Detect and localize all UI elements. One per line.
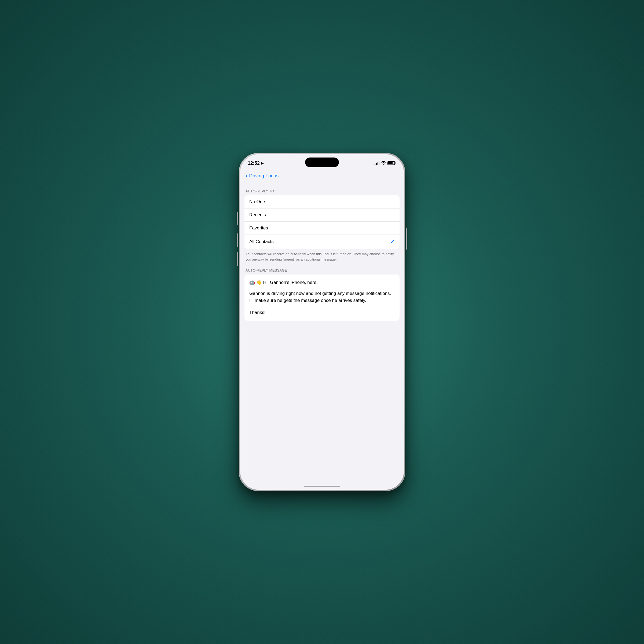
dynamic-island [305,158,339,167]
auto-reply-to-label: AUTO-REPLY TO [240,189,404,193]
signal-bars-icon [375,161,379,165]
no-one-label: No One [249,199,265,204]
auto-reply-message-label: AUTO-REPLY MESSAGE [240,268,404,272]
recents-label: Recents [249,212,266,218]
list-item-no-one[interactable]: No One [244,195,400,208]
favorites-label: Favorites [249,225,268,231]
back-chevron-icon: ‹ [246,172,247,179]
status-icons [375,161,396,165]
selected-checkmark-icon: ✓ [390,239,395,245]
home-indicator [304,486,340,487]
status-bar: 12:52 ▶ [240,154,404,169]
list-item-favorites[interactable]: Favorites [244,222,400,235]
phone-frame: 12:52 ▶ [239,153,405,491]
nav-back-label: Driving Focus [249,173,279,179]
status-time: 12:52 [248,160,260,166]
back-button[interactable]: ‹ Driving Focus [246,172,279,179]
wifi-icon [381,161,386,165]
location-arrow-icon: ▶ [261,161,264,165]
phone-screen: 12:52 ▶ [240,154,404,490]
message-thanks-text: Thanks! [249,309,395,316]
content-area: AUTO-REPLY TO No One Recents Favorites A… [240,183,404,490]
auto-reply-message-box[interactable]: 🤖 👋 Hi! Gannon's iPhone, here. Gannon is… [244,275,400,321]
list-item-recents[interactable]: Recents [244,208,400,222]
message-header-text: 🤖 👋 Hi! Gannon's iPhone, here. [249,279,395,286]
auto-reply-footer: Your contacts will receive an auto-reply… [240,249,404,262]
battery-icon [387,161,396,165]
all-contacts-label: All Contacts [249,239,274,244]
auto-reply-options-list: No One Recents Favorites All Contacts ✓ [244,195,400,249]
list-item-all-contacts[interactable]: All Contacts ✓ [244,235,400,249]
message-body-text: Gannon is driving right now and not gett… [249,290,395,304]
nav-bar: ‹ Driving Focus [240,169,404,183]
